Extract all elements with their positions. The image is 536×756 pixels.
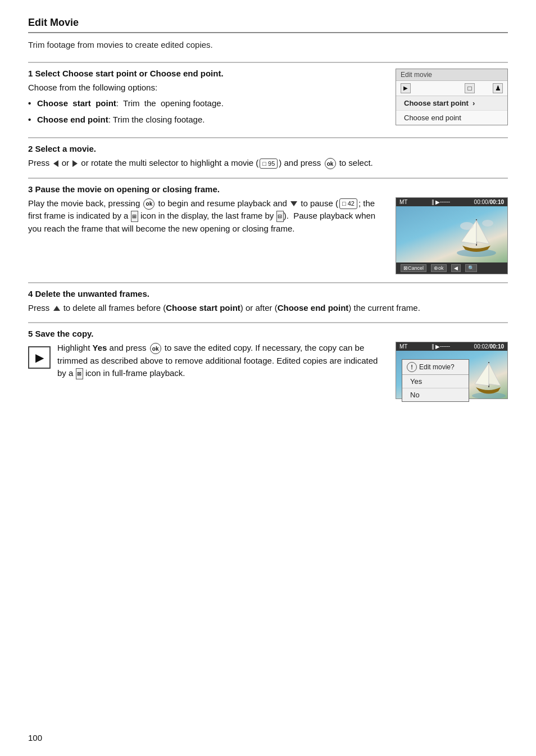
section-4: 4 Delete the unwanted frames. Press to d… xyxy=(28,282,508,323)
choose-start-ref: Choose start point xyxy=(166,303,240,313)
section-3-body: Play the movie back, pressing ok to begi… xyxy=(28,197,384,236)
section-3-header: 3 Pause the movie on opening or closing … xyxy=(28,184,508,194)
cancel-btn[interactable]: ⊠Cancel xyxy=(401,264,426,272)
playback-pause-icon: ‖ ▶╌╌╌ xyxy=(431,199,451,205)
zoom-btn[interactable]: 🔍 xyxy=(465,264,477,272)
save-label: MT xyxy=(399,343,407,350)
ref-95: □ 95 xyxy=(260,159,278,169)
bullet-start-point: Choose start point: Trim the opening foo… xyxy=(28,97,384,110)
save-pause: ‖ ▶╌╌╌ xyxy=(431,343,451,350)
ok-icon: ok xyxy=(325,158,336,169)
section-2-header: 2 Select a movie. xyxy=(28,144,508,153)
down-arrow-icon xyxy=(290,201,297,206)
last-frame-icon: ⊟ xyxy=(276,211,284,222)
svg-point-4 xyxy=(460,222,474,230)
playback-time: 00:00/00:10 xyxy=(474,199,504,205)
save-yes-option[interactable]: Yes xyxy=(402,375,469,388)
section-1: 1 Select Choose start point or Choose en… xyxy=(28,62,508,138)
person-icon: ♟ xyxy=(493,83,503,93)
menu-title: Edit movie xyxy=(396,69,507,81)
save-icon-box: ▶ xyxy=(28,346,51,369)
section-3-playback: MT ‖ ▶╌╌╌ 00:00/00:10 xyxy=(396,197,508,274)
prev-btn[interactable]: ◀ xyxy=(451,264,461,272)
camera-icon: □ xyxy=(465,83,475,93)
section-3: 3 Pause the movie on opening or closing … xyxy=(28,178,508,282)
save-image: ! Edit movie? Yes No xyxy=(396,351,507,399)
choose-end-label: Choose end point xyxy=(150,69,221,78)
svg-point-5 xyxy=(482,220,493,227)
menu-choose-end[interactable]: Choose end point xyxy=(396,111,507,125)
save-dialog: ! Edit movie? Yes No xyxy=(402,359,469,402)
section-1-number: 1 xyxy=(28,69,33,78)
save-top-bar: MT ‖ ▶╌╌╌ 00:02/00:10 xyxy=(396,342,507,351)
playback-label: MT xyxy=(399,199,407,205)
choose-start-label: Choose start point xyxy=(62,69,137,78)
menu-choose-start[interactable]: Choose start point › xyxy=(396,96,507,111)
choose-end-ref: Choose end point xyxy=(278,303,349,313)
section-5-number: 5 xyxy=(28,329,33,338)
section-4-header: 4 Delete the unwanted frames. xyxy=(28,289,508,298)
section-2: 2 Select a movie. Press or or rotate the… xyxy=(28,137,508,178)
section-2-body: Press or or rotate the multi selector to… xyxy=(28,157,508,170)
page-subtitle: Trim footage from movies to create edite… xyxy=(28,39,508,52)
section-4-number: 4 xyxy=(28,289,33,298)
playback-image xyxy=(396,206,507,262)
section-3-number: 3 xyxy=(28,184,33,194)
save-dialog-label: Edit movie? xyxy=(419,363,455,371)
copy-icon: ⊠ xyxy=(76,368,83,379)
section-5-body: Highlight Yes and press ok to save the e… xyxy=(57,342,384,380)
first-frame-icon: ⊞ xyxy=(131,211,138,222)
right-arrow-icon xyxy=(72,160,78,167)
section-1-header: 1 Select Choose start point or Choose en… xyxy=(28,69,384,78)
save-time: 00:02/00:10 xyxy=(474,343,504,350)
section-1-menu: Edit movie ▶ □ ♟ Choose start point › Ch… xyxy=(396,69,508,125)
playback-bottom-bar: ⊠Cancel ⊛ok ◀ 🔍 xyxy=(396,262,507,274)
up-arrow-icon xyxy=(53,306,60,311)
info-icon: ! xyxy=(407,362,417,372)
section-1-bullets: Choose start point: Trim the opening foo… xyxy=(28,97,384,126)
play-icon: ▶ xyxy=(401,83,411,93)
ok-btn[interactable]: ⊛ok xyxy=(431,264,447,272)
section-5: 5 Save the copy. ▶ Highlight Yes and pre… xyxy=(28,322,508,407)
bullet-end-point: Choose end point: Trim the closing foota… xyxy=(28,114,384,126)
save-no-option[interactable]: No xyxy=(402,388,469,401)
playback-top-bar: MT ‖ ▶╌╌╌ 00:00/00:10 xyxy=(396,198,507,206)
section-4-body: Press to delete all frames before (Choos… xyxy=(28,302,508,315)
page-title: Edit Movie xyxy=(28,17,508,33)
ok-icon-5: ok xyxy=(150,343,161,354)
section-1-intro: Choose from the following options: xyxy=(28,82,384,94)
film-play-icon: ▶ xyxy=(35,351,44,364)
ok-icon-3: ok xyxy=(143,198,155,210)
menu-icons-row: ▶ □ ♟ xyxy=(396,81,507,96)
section-2-number: 2 xyxy=(28,144,33,153)
sailboat-svg xyxy=(457,209,496,257)
save-dialog-title: ! Edit movie? xyxy=(402,360,469,375)
section-5-save: MT ‖ ▶╌╌╌ 00:02/00:10 xyxy=(396,342,508,399)
ref-42: □ 42 xyxy=(339,198,357,209)
section-5-header: 5 Save the copy. xyxy=(28,329,508,338)
left-arrow-icon xyxy=(53,160,58,167)
spacer xyxy=(479,84,488,93)
page-number: 100 xyxy=(28,733,42,743)
